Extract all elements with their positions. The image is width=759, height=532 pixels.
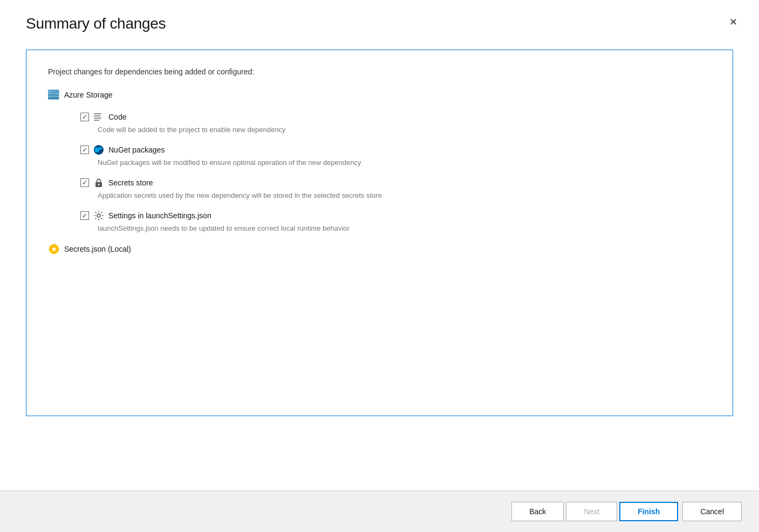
azure-storage-row: Azure Storage <box>48 89 711 101</box>
lock-icon <box>93 177 104 188</box>
svg-line-21 <box>95 212 97 213</box>
settings-checkbox[interactable]: ✓ <box>80 211 89 220</box>
changes-box: Project changes for dependencies being a… <box>26 50 733 416</box>
cancel-button[interactable]: Cancel <box>682 502 742 521</box>
svg-rect-4 <box>48 97 59 100</box>
secrets-store-item-header: ✓ Secrets store <box>80 177 711 188</box>
nuget-item: ✓ NuGet packages NuGet packages will be … <box>80 144 711 167</box>
close-button[interactable]: ✕ <box>725 15 742 29</box>
svg-line-22 <box>101 218 102 219</box>
dialog-content: Project changes for dependencies being a… <box>0 41 759 490</box>
secrets-store-checkbox[interactable]: ✓ <box>80 178 89 187</box>
secrets-store-label: Secrets store <box>108 178 153 187</box>
trophy-icon: ★ <box>48 243 60 255</box>
back-button[interactable]: Back <box>511 502 564 521</box>
secrets-store-check-mark: ✓ <box>82 179 87 186</box>
finish-button[interactable]: Finish <box>619 502 678 521</box>
secrets-store-item: ✓ Secrets store Application secrets used… <box>80 177 711 199</box>
nuget-check-mark: ✓ <box>82 147 87 153</box>
code-check-mark: ✓ <box>82 114 87 120</box>
code-item: ✓ Code Code will be added to the project <box>80 112 711 134</box>
svg-point-5 <box>49 91 50 92</box>
secrets-json-row: ★ Secrets.json (Local) <box>48 243 711 255</box>
settings-item: ✓ <box>80 210 711 232</box>
dialog-footer: Back Next Finish Cancel <box>0 490 759 532</box>
azure-storage-label: Azure Storage <box>64 91 113 99</box>
svg-point-13 <box>99 147 102 150</box>
code-description: Code will be added to the project to ena… <box>98 126 711 134</box>
code-icon <box>93 112 104 122</box>
code-item-header: ✓ Code <box>80 112 711 122</box>
svg-text:★: ★ <box>51 246 57 252</box>
svg-point-6 <box>50 91 51 92</box>
dialog-header: Summary of changes ✕ <box>0 0 759 41</box>
nuget-item-header: ✓ NuGet packages <box>80 144 711 155</box>
svg-rect-3 <box>48 94 59 96</box>
svg-line-23 <box>101 212 102 213</box>
changes-description: Project changes for dependencies being a… <box>48 67 711 76</box>
svg-point-12 <box>95 148 100 153</box>
settings-description: launchSettings.json needs to be updated … <box>98 224 711 232</box>
azure-storage-icon <box>48 89 60 101</box>
nuget-label: NuGet packages <box>108 146 165 154</box>
dialog-title: Summary of changes <box>26 15 166 32</box>
code-label: Code <box>108 113 126 121</box>
svg-line-24 <box>95 218 97 219</box>
secrets-json-label: Secrets.json (Local) <box>64 245 131 253</box>
settings-item-header: ✓ <box>80 210 711 221</box>
settings-check-mark: ✓ <box>82 212 87 219</box>
nuget-checkbox[interactable]: ✓ <box>80 146 89 154</box>
settings-label: Settings in launchSettings.json <box>108 211 211 220</box>
svg-point-15 <box>98 184 100 185</box>
svg-point-16 <box>97 214 100 217</box>
secrets-store-description: Application secrets used by the new depe… <box>98 191 711 199</box>
nuget-icon <box>93 144 104 155</box>
nuget-description: NuGet packages will be modified to ensur… <box>98 158 711 167</box>
gear-icon <box>93 210 104 221</box>
next-button[interactable]: Next <box>566 502 617 521</box>
summary-dialog: Summary of changes ✕ Project changes for… <box>0 0 759 532</box>
code-checkbox[interactable]: ✓ <box>80 113 89 121</box>
